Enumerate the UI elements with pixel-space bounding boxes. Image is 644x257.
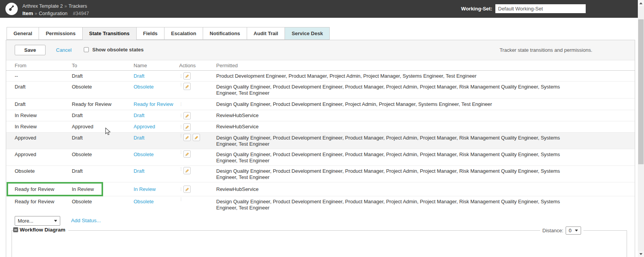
tracker-logo[interactable] (5, 3, 18, 15)
col-header-name: Name (134, 63, 179, 68)
table-row: Draft Obsolete Obsolete ⋮ Design Quality… (6, 82, 635, 99)
transition-name-link[interactable]: Approved (134, 124, 155, 129)
breadcrumb-project[interactable]: Arthrex Template 2 (22, 3, 63, 9)
permitted-cell: Design Quality Engineer, Product Develop… (216, 101, 575, 107)
edit-icon[interactable] (183, 123, 191, 131)
breadcrumb: Arthrex Template 2»Trackers Item»Configu… (22, 2, 89, 17)
tab-permissions[interactable]: Permissions (39, 27, 82, 40)
workflow-diagram-section: Workflow Diagram Distance: 0 (12, 230, 627, 257)
tab-escalation[interactable]: Escalation (164, 27, 203, 40)
distance-value: 0 (569, 228, 571, 233)
transition-name-link[interactable]: Draft (134, 168, 144, 174)
edit-icon[interactable] (183, 134, 191, 141)
table-row: In Review Approved Approved ⋮ ReviewHubS… (6, 121, 635, 133)
to-cell: Obsolete (72, 196, 134, 213)
scroll-up-icon (639, 2, 642, 4)
breadcrumb-item[interactable]: Item (22, 10, 33, 16)
to-cell: Obsolete (72, 82, 134, 98)
col-header-from: From (15, 63, 72, 68)
permitted-cell: ReviewHubService (216, 124, 575, 130)
permitted-cell: ReviewHubService (216, 112, 575, 119)
drag-grip-icon[interactable]: ⋮ (179, 197, 181, 201)
drag-grip-icon[interactable]: ⋮ (179, 114, 181, 117)
tab-general[interactable]: General (7, 27, 39, 40)
scrollbar-up-button[interactable] (638, 0, 644, 6)
tab-state-transitions[interactable]: State Transitions (82, 27, 137, 40)
permitted-cell: Design Quality Engineer, Product Develop… (216, 196, 575, 213)
tab-audit-trail[interactable]: Audit Trail (247, 27, 285, 40)
from-cell: Draft (15, 82, 72, 98)
show-obsolete-checkbox[interactable] (84, 47, 89, 52)
transition-name-link[interactable]: Obsolete (134, 199, 154, 204)
transition-name-link[interactable]: Draft (134, 73, 144, 79)
add-status-link[interactable]: Add Status... (71, 218, 101, 223)
cancel-link[interactable]: Cancel (56, 47, 71, 53)
transition-name-link[interactable]: Ready for Review (134, 101, 173, 107)
col-header-permitted: Permitted (216, 63, 575, 68)
panel-caption: Tracker state transitions and permission… (500, 47, 592, 53)
drag-grip-icon[interactable]: ⋮ (179, 102, 181, 106)
drag-grip-icon[interactable]: ⋮ (179, 134, 181, 138)
edit-icon[interactable] (183, 83, 191, 90)
from-cell: Ready for Review (15, 186, 72, 192)
to-cell: Draft (72, 73, 134, 79)
tab-fields[interactable]: Fields (136, 27, 165, 40)
edit-icon[interactable] (183, 150, 191, 158)
vertical-scrollbar[interactable] (638, 0, 644, 257)
to-cell: In Review (72, 186, 134, 192)
chevron-down-icon (575, 230, 578, 231)
distance-label: Distance: (542, 228, 563, 233)
table-row: Obsolete Draft Draft ⋮ Design Quality En… (6, 166, 635, 182)
drag-grip-icon[interactable]: ⋮ (179, 167, 181, 171)
to-cell: Draft (72, 166, 134, 182)
scrollbar-down-button[interactable] (638, 251, 644, 257)
permitted-cell: Design Quality Engineer, Product Develop… (216, 82, 575, 98)
from-cell: Ready for Review (15, 196, 72, 213)
transition-name-link[interactable]: Draft (134, 135, 144, 141)
working-set-input[interactable] (495, 4, 586, 13)
workflow-diagram-title: Workflow Diagram (20, 227, 65, 233)
edit-icon[interactable] (183, 167, 191, 174)
transition-name-link[interactable]: Obsolete (134, 84, 154, 90)
drag-grip-icon[interactable]: ⋮ (179, 187, 181, 191)
drag-grip-icon[interactable]: ⋮ (179, 125, 181, 129)
table-row: -- Draft Draft ⋮ Product Development Eng… (6, 71, 635, 82)
edit-icon[interactable] (183, 72, 191, 80)
transition-name-link[interactable]: Draft (134, 112, 144, 118)
breadcrumb-section[interactable]: Trackers (68, 3, 87, 9)
permitted-cell: Design Quality Engineer, Product Develop… (216, 133, 575, 149)
workflow-diagram-legend: Workflow Diagram (13, 227, 68, 233)
permitted-cell: Design Quality Engineer, Product Develop… (216, 149, 575, 165)
table-row-highlighted: Ready for Review In Review In Review ⋮ R… (6, 182, 635, 196)
transitions-table: -- Draft Draft ⋮ Product Development Eng… (6, 71, 635, 213)
breadcrumb-subsection[interactable]: Configuration (39, 11, 67, 16)
drag-grip-icon[interactable]: ⋮ (179, 150, 181, 154)
table-header: From To Name Actions Permitted (6, 60, 635, 71)
tab-notifications[interactable]: Notifications (203, 27, 247, 40)
tab-service-desk[interactable]: Service Desk (285, 27, 330, 40)
item-id: #34947 (73, 11, 89, 16)
save-button[interactable]: Save (15, 45, 46, 55)
table-row: Approved Draft Draft ⋮ Design Quality En… (6, 133, 635, 149)
transition-name-link[interactable]: Obsolete (134, 151, 154, 157)
to-cell: Draft (72, 112, 134, 119)
more-dropdown-value: More... (18, 218, 33, 224)
edit-icon[interactable] (183, 186, 191, 193)
table-row: In Review Draft Draft ⋮ ReviewHubService (6, 110, 635, 121)
scrollbar-thumb[interactable] (638, 19, 644, 164)
drag-grip-icon[interactable]: ⋮ (179, 83, 181, 87)
edit-permissions-icon[interactable] (193, 134, 200, 141)
chevron-down-icon (54, 220, 57, 222)
distance-dropdown[interactable]: 0 (566, 226, 581, 235)
breadcrumb-separator: » (63, 3, 69, 9)
working-set-label: Working-Set: (461, 6, 492, 12)
from-cell: In Review (15, 124, 72, 130)
collapse-icon[interactable] (13, 227, 18, 232)
table-row: Ready for Review Obsolete Obsolete ⋮ Des… (6, 196, 635, 213)
edit-icon[interactable] (183, 112, 191, 119)
drag-grip-icon[interactable]: ⋮ (179, 74, 181, 78)
col-header-to: To (72, 63, 134, 68)
more-dropdown[interactable]: More... (15, 216, 60, 226)
transition-name-link[interactable]: In Review (134, 186, 156, 192)
from-cell: Approved (15, 133, 72, 149)
